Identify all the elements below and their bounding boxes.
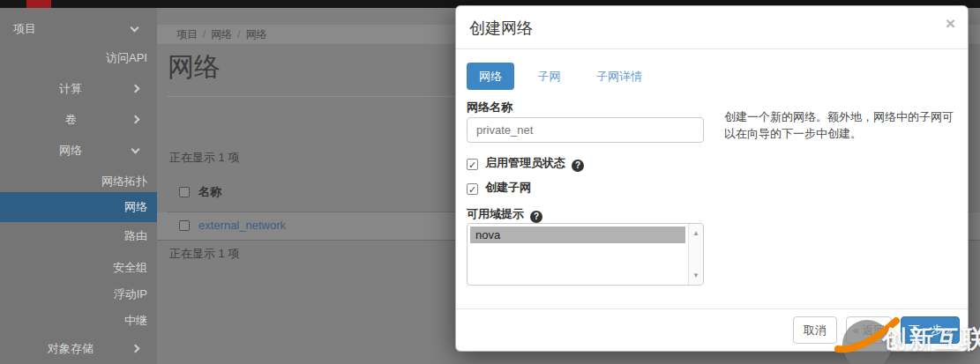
tab-subnet[interactable]: 子网 — [525, 63, 572, 90]
breadcrumb-current: 网络 — [246, 28, 267, 41]
chevron-right-icon — [131, 85, 140, 93]
back-button[interactable]: « 返回 — [846, 316, 892, 344]
breadcrumb-project[interactable]: 项目 — [176, 28, 198, 41]
next-button[interactable]: 下一步 » — [901, 316, 960, 344]
chevron-right-icon — [131, 115, 140, 124]
sidebar-item-network[interactable]: 网络 — [0, 141, 141, 160]
sidebar: 项目 访问API 计算 卷 网络 网络拓扑 网络 路由 安全组 浮动IP 中继 … — [0, 8, 157, 364]
sidebar-item-project[interactable]: 项目 — [0, 19, 157, 39]
sidebar-item-compute[interactable]: 计算 — [0, 79, 141, 99]
items-count-top: 正在显示 1 项 — [169, 150, 239, 166]
breadcrumb-separator: / — [237, 28, 240, 41]
chevron-right-icon — [131, 345, 140, 353]
sidebar-item-label: 路由 — [124, 229, 147, 242]
create-subnet-label: 创建子网 — [485, 181, 531, 194]
tab-network[interactable]: 网络 — [467, 63, 514, 90]
modal-footer: 取消 « 返回 下一步 » — [456, 316, 968, 344]
sidebar-item-label: 计算 — [59, 82, 82, 95]
sidebar-item-label: 安全组 — [113, 261, 147, 274]
checkbox-checked-icon[interactable]: ✓ — [467, 159, 478, 170]
admin-state-label: 启用管理员状态 — [485, 156, 565, 169]
modal-footer-divider — [456, 308, 968, 309]
create-network-modal: 创建网络 × 网络 子网 子网详情 网络名称 ✓启用管理员状态? ✓创建子网 可… — [455, 5, 969, 352]
modal-header: 创建网络 × — [456, 6, 968, 49]
wizard-help-text: 创建一个新的网络。额外地，网络中的子网可以在向导的下一步中创建。 — [724, 108, 961, 142]
chevron-down-icon — [131, 24, 139, 33]
sidebar-item-networks-selected[interactable]: 网络 — [0, 192, 157, 222]
sidebar-item-network-topology[interactable]: 网络拓扑 — [0, 172, 157, 191]
sidebar-item-object-store[interactable]: 对象存储 — [0, 339, 141, 359]
sidebar-item-label: 卷 — [65, 113, 77, 126]
network-link[interactable]: external_network — [198, 219, 286, 232]
tab-subnet-details[interactable]: 子网详情 — [584, 63, 655, 90]
row-checkbox[interactable] — [179, 220, 190, 231]
sidebar-item-label: 网络拓扑 — [101, 175, 147, 188]
items-count-bottom: 正在显示 1 项 — [169, 246, 239, 262]
breadcrumb-separator: / — [203, 28, 206, 41]
breadcrumb-network[interactable]: 网络 — [211, 28, 232, 41]
sidebar-item-label: 网络 — [59, 144, 82, 157]
chevron-down-icon — [131, 145, 140, 154]
network-name-input[interactable] — [467, 117, 704, 143]
help-question-icon[interactable]: ? — [572, 160, 584, 172]
sidebar-item-floating-ips[interactable]: 浮动IP — [0, 285, 157, 304]
az-option-nova[interactable]: nova — [470, 227, 685, 243]
checkbox-checked-icon[interactable]: ✓ — [467, 183, 478, 195]
network-name-label: 网络名称 — [467, 100, 512, 115]
sidebar-item-label: 项目 — [13, 22, 36, 35]
select-all-checkbox[interactable] — [179, 187, 190, 197]
az-hints-label: 可用域提示? — [467, 206, 542, 223]
column-header-name[interactable]: 名称 — [198, 184, 221, 200]
close-icon[interactable]: × — [946, 15, 955, 32]
sidebar-item-security-groups[interactable]: 安全组 — [0, 258, 157, 278]
sidebar-item-label: 访问API — [106, 51, 147, 64]
sidebar-item-label: 浮动IP — [114, 287, 147, 301]
cancel-button[interactable]: 取消 — [793, 316, 837, 344]
wizard-tabs: 网络 子网 子网详情 — [467, 63, 662, 90]
sidebar-item-routers[interactable]: 路由 — [0, 227, 157, 246]
sidebar-item-label: 中继 — [124, 314, 147, 327]
page-title: 网络 — [168, 49, 221, 85]
sidebar-item-trunks[interactable]: 中继 — [0, 311, 157, 331]
scroll-up-icon: ▲ — [689, 229, 703, 237]
admin-state-checkbox-row[interactable]: ✓启用管理员状态? — [467, 156, 584, 170]
sidebar-item-label: 网络 — [124, 200, 147, 213]
brand-logo — [26, 0, 51, 8]
az-hints-label-text: 可用域提示 — [467, 207, 524, 220]
select-scrollbar[interactable]: ▲ ▼ — [688, 224, 703, 285]
az-hints-multiselect[interactable]: nova ▲ ▼ — [467, 223, 704, 286]
sidebar-item-api-access[interactable]: 访问API — [0, 48, 157, 68]
scroll-down-icon: ▼ — [689, 271, 703, 279]
create-subnet-checkbox-row[interactable]: ✓创建子网 — [467, 181, 531, 195]
sidebar-item-label: 对象存储 — [48, 342, 94, 355]
sidebar-item-volumes[interactable]: 卷 — [0, 110, 141, 130]
help-question-icon[interactable]: ? — [530, 211, 542, 223]
modal-title: 创建网络 — [469, 18, 533, 39]
